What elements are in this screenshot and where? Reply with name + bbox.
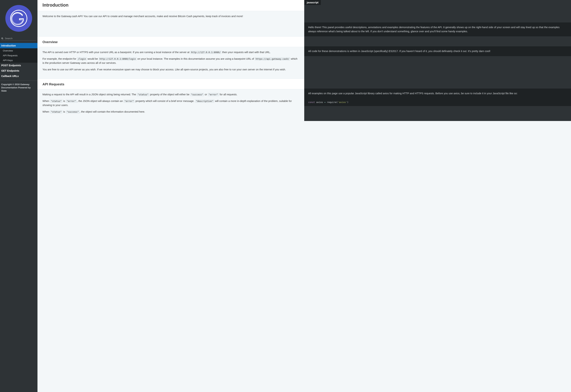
nav-post-endpoints[interactable]: POST Endpoints [0, 63, 37, 68]
introduction-aside: Hello there! This panel provides useful … [304, 22, 571, 36]
content[interactable]: Introduction javascript Welcome to the G… [37, 0, 571, 392]
code-error2: "error" [66, 99, 77, 103]
gateway-logo-icon [10, 9, 28, 27]
code-error: "error" [208, 93, 219, 96]
section-header-introduction: Introduction [37, 0, 304, 11]
nav-get-endpoints[interactable]: GET Endpoints [0, 68, 37, 73]
overview-p1: The API is served over HTTP or HTTPS wit… [43, 50, 299, 54]
search-input[interactable] [5, 37, 36, 40]
search-icon [1, 37, 4, 40]
code-success: "success" [190, 93, 204, 96]
nav-introduction[interactable]: Introduction [0, 43, 37, 48]
code-api-base: https://api.gateway.cash/ [255, 57, 290, 61]
introduction-body: Welcome to the Gateway.cash API! You can… [37, 11, 304, 26]
nav-sub-api-requests[interactable]: API Requests [0, 53, 37, 58]
nav-callback-urls[interactable]: Callback URLs [0, 73, 37, 79]
copyright: Copyright © 2018 Gateway Documentation P… [0, 81, 37, 95]
nav-sub-overview[interactable]: Overview [0, 48, 37, 53]
code-login-full: http://127.0.0.1:8080/login [99, 57, 137, 61]
api-requests-p1: Making a request to the API will result … [43, 93, 299, 97]
code-error3: "error" [123, 99, 135, 103]
api-requests-p2: When "status" is "error", the JSON objec… [43, 99, 299, 107]
api-requests-p3: When "status" is "success", the object w… [43, 110, 299, 114]
code-status: "status" [137, 93, 149, 96]
search-wrap [0, 35, 37, 41]
overview-aside: All code for these demonstrations is wri… [304, 46, 571, 56]
sidebar: Introduction Overview API Requests API K… [0, 0, 37, 392]
nav: Introduction Overview API Requests API K… [0, 41, 37, 95]
logo-wrap [0, 0, 37, 35]
overview-heading: Overview [37, 36, 304, 47]
overview-body: The API is served over HTTP or HTTPS wit… [37, 47, 304, 79]
code-login-endpoint: /login [77, 57, 87, 61]
code-status3: "status" [50, 110, 62, 113]
nav-sub-api-keys[interactable]: API Keys [0, 58, 37, 63]
logo [5, 5, 32, 32]
code-description: "description" [195, 99, 214, 103]
code-baseurl: http://127.0.0.1:8080/ [190, 51, 222, 54]
page-title: Introduction [43, 2, 299, 8]
code-success2: "success" [66, 110, 80, 113]
api-requests-body: Making a request to the API will result … [37, 89, 304, 121]
code-status2: "status" [50, 99, 62, 103]
introduction-text: Welcome to the Gateway.cash API! You can… [43, 14, 299, 18]
api-requests-aside: All examples on this page use a popular … [304, 89, 571, 98]
lang-tab-javascript[interactable]: javascript [304, 0, 321, 5]
overview-p3: You are free to use our API server as yo… [43, 68, 299, 72]
code-example-axios: const axios = require('axios') [304, 98, 571, 106]
api-requests-heading: API Requests [37, 79, 304, 89]
lang-tabs: javascript [304, 0, 571, 11]
overview-p2: For example, the endpoint for /login wou… [43, 57, 299, 65]
